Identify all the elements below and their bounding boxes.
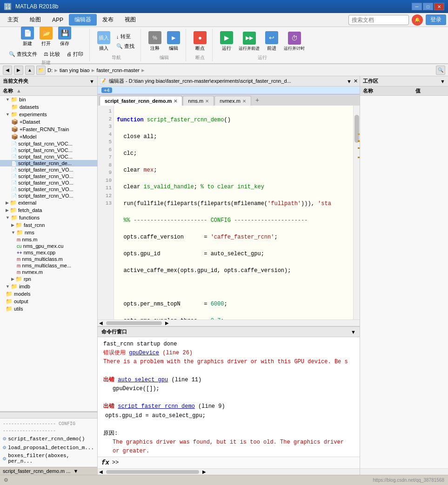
cmd-hscroll-right[interactable]: ▶ bbox=[201, 469, 207, 474]
login-button[interactable]: 登录 bbox=[426, 14, 446, 25]
tree-item-script-vo1[interactable]: 📄 script_faster_rcnn_VO... bbox=[0, 166, 97, 173]
editor-scrollbar[interactable] bbox=[353, 106, 360, 319]
breadcrumb-part1[interactable]: D: bbox=[47, 67, 53, 73]
cmd-auto-select-link[interactable]: auto_select_gpu bbox=[118, 377, 168, 383]
back-button[interactable]: ◀ bbox=[3, 66, 12, 75]
editor-close[interactable]: ✕ bbox=[354, 78, 358, 84]
tree-item-nms-gpu[interactable]: cu nms_gpu_mex.cu bbox=[0, 243, 97, 249]
step-back-button[interactable]: ↩ 前进 bbox=[263, 29, 280, 53]
tab-nvmex[interactable]: nvmex.m ✕ bbox=[214, 96, 251, 106]
tree-item-bin[interactable]: ▼ 📁 bin bbox=[0, 96, 97, 103]
comment-button[interactable]: % 注释 bbox=[147, 29, 163, 53]
tree-item-script-vo3[interactable]: 📄 script_faster_rcnn_VO... bbox=[0, 179, 97, 186]
forward-button[interactable]: ▶ bbox=[14, 66, 23, 75]
tab-close-0[interactable]: ✕ bbox=[174, 99, 177, 104]
tree-item-script-vo2[interactable]: 📄 script_faster_rcnn_VO... bbox=[0, 173, 97, 179]
menu-home[interactable]: 主页 bbox=[2, 14, 24, 26]
search-input[interactable] bbox=[348, 15, 409, 25]
tree-item-script1[interactable]: 📄 script_fast_rcnn_VOC... bbox=[0, 140, 97, 147]
editor-hscroll[interactable]: ◀ ▶ bbox=[98, 319, 360, 326]
cmd-gpudevice-link[interactable]: gpuDevice bbox=[129, 350, 159, 356]
run-advance-button[interactable]: ▶▶ 运行并前进 bbox=[237, 30, 261, 53]
tree-item-functions[interactable]: ▼ 📁 functions bbox=[0, 214, 97, 221]
address-search-button[interactable]: 🔍 bbox=[436, 66, 445, 75]
goto-button[interactable]: ↓转至 bbox=[114, 32, 137, 41]
tree-item-script3[interactable]: 📄 script_fast_rcnn_VOC... bbox=[0, 153, 97, 160]
tree-item-imdb[interactable]: ▼ 📁 imdb bbox=[0, 283, 97, 290]
breadcrumb-part3[interactable]: faster_rcnn-master bbox=[97, 67, 140, 73]
cmd-hscroll[interactable]: ◀ ▶ bbox=[98, 468, 360, 475]
tree-item-nms-mex-cpp[interactable]: ++ nms_mex.cpp bbox=[0, 249, 97, 256]
tab-script-demo[interactable]: script_faster_rcnn_demo.m ✕ bbox=[100, 96, 182, 106]
find-files-button[interactable]: 🔍 查找文件 bbox=[7, 50, 40, 59]
cmd-hscroll-left[interactable]: ◀ bbox=[98, 469, 104, 474]
cmd-input-field[interactable] bbox=[121, 459, 356, 466]
scroll-thumb[interactable] bbox=[354, 115, 359, 143]
tree-item-output[interactable]: 📁 output bbox=[0, 298, 97, 305]
tree-item-experiments[interactable]: ▼ 📁 experiments bbox=[0, 111, 97, 118]
tree-item-nms-multiclass[interactable]: m nms_multiclass.m bbox=[0, 256, 97, 262]
tree-item-rpn[interactable]: ▶ 📁 rpn bbox=[0, 275, 97, 283]
dropdown-arrow[interactable]: ▼ bbox=[74, 468, 79, 474]
menu-app[interactable]: APP bbox=[47, 15, 69, 25]
tree-item-dataset[interactable]: 📦 +Dataset bbox=[0, 118, 97, 126]
editor-options[interactable]: ▼ bbox=[347, 79, 352, 84]
open-button[interactable]: 📂 打开 bbox=[38, 25, 54, 49]
run-button[interactable]: ▶ 运行 bbox=[218, 29, 235, 53]
tree-item-utils[interactable]: 📁 utils bbox=[0, 305, 97, 312]
cmd-hscroll-thumb[interactable] bbox=[106, 470, 199, 474]
breakpoint-button[interactable]: ● 断点 bbox=[192, 29, 208, 53]
tree-item-script2[interactable]: 📄 script_fast_rcnn_VOC... bbox=[0, 147, 97, 153]
scroll-marker-1 bbox=[358, 133, 360, 135]
tree-item-model[interactable]: 📦 +Model bbox=[0, 133, 97, 140]
cmd-script-demo-link[interactable]: script_faster_rcnn_demo bbox=[118, 403, 195, 410]
tree-item-models[interactable]: 📁 models bbox=[0, 290, 97, 298]
find-button[interactable]: 🔍查找 bbox=[114, 42, 137, 51]
tree-item-script-vo4[interactable]: 📄 script_faster_rcnn_VO... bbox=[0, 186, 97, 193]
menu-editor[interactable]: 编辑器 bbox=[69, 14, 97, 26]
compare-button[interactable]: ⚖ 比较 bbox=[41, 50, 62, 59]
new-button[interactable]: 📄 新建 bbox=[19, 25, 36, 49]
tree-item-external[interactable]: ▶ 📁 external bbox=[0, 199, 97, 206]
hscroll-right[interactable]: ▶ bbox=[164, 320, 170, 326]
maximize-button[interactable]: □ bbox=[423, 3, 433, 10]
tree-item-nvmex[interactable]: m nvmex.m bbox=[0, 269, 97, 275]
code-content[interactable]: function script_faster_rcnn_demo() close… bbox=[114, 106, 353, 319]
fn-item-1[interactable]: ⚙ load_proposal_detection_m... bbox=[3, 443, 94, 452]
tree-item-fast-rcnn[interactable]: ▶ 📁 fast_rcnn bbox=[0, 221, 97, 229]
compile-button[interactable]: ▶ 编辑 bbox=[165, 29, 182, 53]
workspace-hscroll[interactable] bbox=[360, 468, 448, 475]
menu-view[interactable]: 视图 bbox=[119, 14, 141, 26]
tab-close-1[interactable]: ✕ bbox=[205, 99, 209, 104]
insert-button[interactable]: 插入 插入 bbox=[95, 29, 112, 53]
left-panel-options[interactable]: ▼ bbox=[89, 79, 94, 84]
breadcrumb-part2[interactable]: tian ying biao bbox=[60, 67, 90, 73]
run-time-button[interactable]: ⏱ 运行并计时 bbox=[282, 30, 307, 53]
fn-item-2[interactable]: ⚙ boxes_filter(aboxes, per_n... bbox=[3, 452, 94, 465]
browse-button[interactable]: 📁 bbox=[36, 66, 46, 75]
tree-item-nms-multiclass-me[interactable]: m nms_multiclass_me... bbox=[0, 262, 97, 269]
tree-item-fetch-data[interactable]: ▶ 📁 fetch_data bbox=[0, 206, 97, 214]
cmd-options[interactable]: ▼ bbox=[351, 329, 356, 335]
notification-button[interactable]: 🔔 bbox=[412, 14, 423, 26]
tree-item-script-demo[interactable]: 📄 script_faster_rcnn_de... bbox=[0, 160, 97, 166]
tree-item-script-vo5[interactable]: 📄 script_faster_rcnn_VO... bbox=[0, 193, 97, 199]
hscroll-left[interactable]: ◀ bbox=[98, 320, 104, 326]
fn-item-0[interactable]: ⚙ script_faster_rcnn_demo() bbox=[3, 434, 94, 443]
tab-close-2[interactable]: ✕ bbox=[242, 99, 246, 104]
up-button[interactable]: ▲ bbox=[25, 66, 34, 75]
print-button[interactable]: 🖨 打印 bbox=[64, 50, 86, 59]
tree-item-datasets[interactable]: 📁 datasets bbox=[0, 103, 97, 111]
hscroll-thumb[interactable] bbox=[106, 321, 162, 325]
tab-nms[interactable]: nms.m ✕ bbox=[183, 96, 214, 106]
menu-plot[interactable]: 绘图 bbox=[24, 14, 47, 26]
tree-item-nms-m[interactable]: m nms.m bbox=[0, 236, 97, 243]
minimize-button[interactable]: ─ bbox=[412, 3, 422, 10]
tree-item-nms[interactable]: ▼ 📁 nms bbox=[0, 229, 97, 236]
tree-item-faster-rcnn-train[interactable]: 📦 +Faster_RCNN_Train bbox=[0, 126, 97, 133]
save-button[interactable]: 💾 保存 bbox=[56, 25, 73, 49]
close-button[interactable]: ✕ bbox=[434, 3, 444, 10]
workspace-options[interactable]: ▼ bbox=[440, 79, 445, 84]
menu-publish[interactable]: 发布 bbox=[97, 14, 119, 26]
add-tab-button[interactable]: + bbox=[252, 94, 263, 106]
